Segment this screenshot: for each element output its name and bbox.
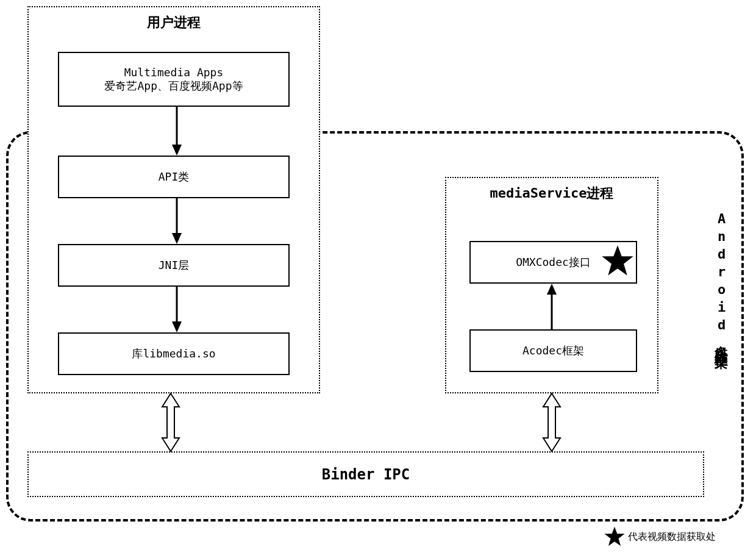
multimedia-apps-box: Multimedia Apps 爱奇艺App、百度视频App等	[58, 52, 290, 107]
apps-line1: Multimedia Apps	[124, 66, 224, 79]
lib-box: 库libmedia.so	[58, 332, 290, 375]
api-box: API类	[58, 156, 290, 198]
legend-label: 代表视频数据获取处	[628, 531, 716, 543]
arrow-apps-to-api	[171, 107, 183, 156]
double-arrow-user-binder	[159, 393, 183, 451]
acodec-box: Acodec框架	[469, 329, 637, 372]
apps-line2: 爱奇艺App、百度视频App等	[104, 79, 243, 93]
legend: 代表视频数据获取处	[604, 526, 716, 548]
double-arrow-media-binder	[540, 393, 564, 451]
star-icon	[604, 526, 626, 548]
api-label: API类	[159, 170, 190, 184]
svg-marker-10	[543, 393, 560, 451]
arrow-acodec-to-omx	[546, 284, 558, 329]
jni-label: JNI层	[159, 258, 190, 273]
svg-marker-5	[172, 321, 182, 332]
diagram-canvas: Android多媒体框架 用户进程 Multimedia Apps 爱奇艺App…	[0, 0, 756, 552]
binder-label: Binder IPC	[322, 466, 410, 483]
svg-marker-1	[172, 145, 182, 156]
framework-label: Android多媒体框架	[712, 207, 730, 351]
arrow-api-to-jni	[171, 198, 183, 244]
svg-marker-3	[172, 233, 182, 244]
svg-marker-8	[547, 284, 557, 295]
user-process-title: 用户进程	[29, 7, 319, 32]
media-service-title: mediaService进程	[446, 178, 657, 203]
lib-label: 库libmedia.so	[132, 346, 215, 361]
acodec-label: Acodec框架	[522, 343, 584, 358]
jni-box: JNI层	[58, 244, 290, 287]
binder-ipc-box: Binder IPC	[27, 451, 704, 497]
svg-marker-9	[162, 393, 179, 451]
star-icon	[601, 244, 635, 278]
svg-marker-11	[604, 526, 624, 546]
omxcodec-label: OMXCodec接口	[516, 255, 591, 270]
svg-marker-6	[602, 245, 633, 275]
arrow-jni-to-lib	[171, 287, 183, 332]
